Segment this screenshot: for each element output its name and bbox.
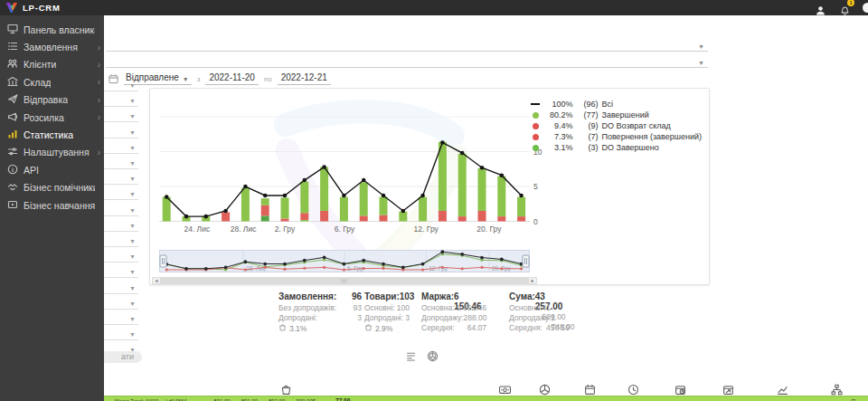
top-filter-select-2[interactable]: ▼ [106,55,708,68]
banknote-icon[interactable] [499,383,511,395]
logo[interactable]: LP-CRM [5,2,61,14]
sidebar-item-statistics[interactable]: Статистика [0,126,104,143]
chart-scrollbar[interactable]: ◂ ||| ▸ [152,277,537,284]
sidebar-item-label: API [24,165,39,176]
stat-sub-value: 3 [405,313,410,323]
logo-v-icon [5,2,18,14]
chevron-down-icon: ▼ [129,331,136,338]
stat-sub-label: Без допродажів: [278,303,336,313]
bell-icon[interactable]: 1 [840,3,850,13]
shipping-icon [7,93,18,106]
sidebar-item-business-training[interactable]: Бізнес навчання [0,196,104,214]
navigator-handle[interactable] [160,255,166,267]
table-row[interactable]: … Magic Track (Щ00-…) #14564 … 891.00 89… [104,396,868,401]
chevron-right-icon: › [98,43,100,53]
sidebar-item-owner-panel[interactable]: Панель власника [0,21,104,38]
stat-sub-value: 450.59 [546,323,570,333]
row-margin-value: 77.00 [335,397,350,401]
calendar-icon[interactable] [584,383,596,395]
edge-partial-icon[interactable] [863,3,868,13]
side-filter-select[interactable]: ▼ [104,217,138,232]
legend-item[interactable]: 80.2%(77)Завершений [531,110,702,120]
sidebar-item-shipping[interactable]: Відправка› [0,91,104,109]
sidebar-item-label: Розсилка [24,112,64,123]
scrollbar-thumb[interactable]: ||| [160,278,529,283]
side-filter-select[interactable]: ▼ [104,233,138,247]
logo-text: LP-CRM [23,3,61,13]
date-to-input[interactable]: 2022-12-21 [278,72,331,85]
calendar-arrow-icon[interactable] [722,383,734,395]
side-filter-select[interactable]: ▼ [104,92,138,107]
chevron-down-icon: ▼ [129,129,136,136]
chart-icon[interactable] [777,383,788,395]
chevron-down-icon: ▼ [129,176,136,182]
toggle-table-icon[interactable] [405,349,418,362]
side-filter-select[interactable]: ▼ [104,326,138,340]
legend-item[interactable]: 3.1%(3)DO Завершено [531,142,702,153]
side-filter-select[interactable]: ▼ [104,124,138,138]
user-icon[interactable] [816,3,826,13]
legend-item[interactable]: 100%(96)Всі [531,99,702,110]
legend-marker [531,134,540,140]
sitemap-icon[interactable] [831,383,843,395]
legend-count: (77) [576,110,598,119]
legend-marker [531,103,540,105]
side-filter-select[interactable]: ▼ [104,202,138,216]
side-filter-select[interactable]: ▼ [104,139,138,154]
side-filter-select[interactable]: ▼ [104,77,138,91]
side-filter-select[interactable]: ▼ [104,295,138,310]
scroll-left-icon[interactable]: ◂ [153,278,160,283]
sidebar-item-settings[interactable]: Налаштування› [0,144,104,161]
chevron-down-icon: ▼ [129,238,136,244]
top-filter-select-1[interactable]: ▼ [106,39,708,52]
sidebar-item-orders[interactable]: Замовлення› [0,38,104,55]
chevron-down-icon: ▼ [129,301,136,307]
row-values: 891.00 891.00 892.00 900.00$ [213,397,316,401]
side-filter-select[interactable]: ▼ [104,170,138,185]
stat-sub-label: Основні: [364,303,395,313]
navigator-handle[interactable] [523,255,529,267]
side-filter-select[interactable]: ▼ [104,186,138,200]
chart-navigator[interactable]: 28. Лис6. Гру12. Гру20. Гру [159,248,530,275]
helpers-icon [7,181,18,194]
package-icon[interactable] [539,383,551,395]
side-filter-select[interactable]: ▼ [104,155,138,169]
side-filter-select[interactable]: ▼ [104,263,138,278]
toggle-products-icon[interactable] [427,349,439,362]
chevron-right-icon: › [98,148,100,158]
training-icon [7,199,18,212]
sidebar-item-warehouse[interactable]: Склад› [0,73,104,91]
legend-percent: 9.4% [543,121,572,130]
stat-column: Замовлення:96Без допродажів:93Допродані:… [278,291,362,333]
legend-label: DO Завершено [601,143,658,152]
side-filter-select[interactable]: ▼ [104,310,138,325]
scroll-right-icon[interactable]: ▸ [529,278,536,283]
stat-sub-label: Основна: [421,303,455,313]
bag-icon[interactable] [280,383,292,395]
chevron-down-icon: ▼ [183,76,189,82]
bag-icon [278,323,287,333]
legend-item[interactable]: 7.3%(7)Повернення (завершений) [531,131,702,142]
mailing-icon [7,111,18,124]
stat-value: 103 [400,291,415,303]
sidebar-item-mailing[interactable]: Розсилка› [0,109,104,126]
calendar-time-icon[interactable] [675,383,686,395]
stat-sub-label: Допродажу: [421,313,464,323]
side-filter-select[interactable]: ▼ [104,280,138,294]
sidebar-item-clients[interactable]: Клієнти› [0,56,104,73]
sidebar-item-api[interactable]: API [0,161,104,178]
svg-text:20. Гру: 20. Гру [476,224,502,234]
legend-item[interactable]: 9.4%(9)DO Возврат склад [531,120,702,131]
legend-label: DO Возврат склад [601,121,670,130]
notification-badge: 1 [847,0,854,6]
sidebar-item-business-helpers[interactable]: Бізнес помічники [0,179,104,196]
date-from-input[interactable]: 2022-11-20 [205,72,258,85]
clock-icon[interactable] [627,383,639,395]
sidebar-item-label: Бізнес навчання [24,200,95,211]
side-filter-select[interactable]: ▼ [104,248,138,263]
row-product-text: … Magic Track (Щ00-…) #14564 … [108,397,193,401]
side-filter-select[interactable]: ▼ [104,108,138,122]
stat-sub-label: Допродажу: [509,313,552,323]
stat-title: Сума: [509,291,535,303]
stat-value: 6 150.46 [454,291,486,303]
